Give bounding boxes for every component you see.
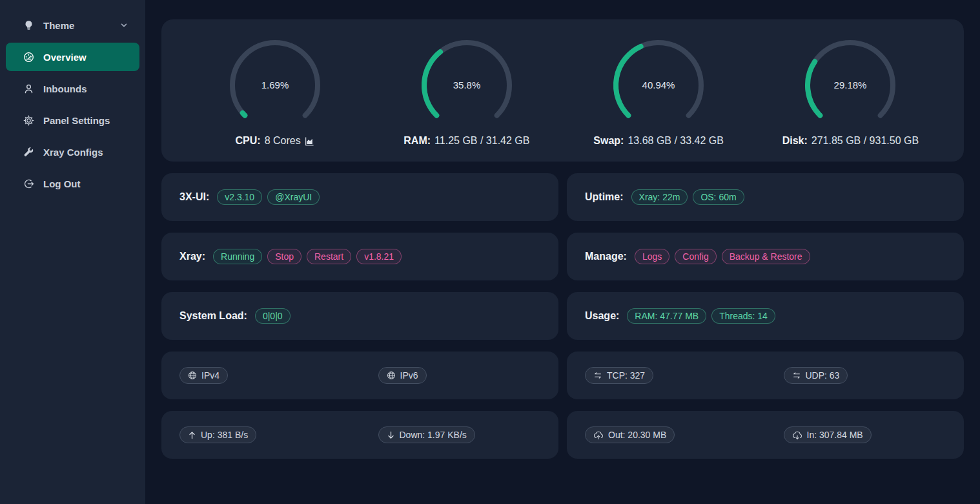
sidebar-item-inbounds[interactable]: Inbounds: [6, 74, 139, 103]
tag-restart[interactable]: Restart: [307, 249, 351, 264]
tag-label: Up: 381 B/s: [201, 430, 248, 440]
sidebar-item-theme[interactable]: Theme: [6, 11, 139, 39]
gauge-disk-label: Disk:271.85 GB / 931.50 GB: [782, 135, 919, 147]
tag-label: 0|0|0: [263, 311, 283, 321]
card-traffic-cell-1: In: 307.84 MB: [766, 426, 965, 443]
dashboard-icon: [23, 51, 34, 63]
tag-threads-14: Threads: 14: [711, 308, 775, 324]
card-3x-ui-tags: v2.3.10@XrayUI: [217, 189, 320, 205]
sidebar-item-label: Panel Settings: [43, 115, 110, 126]
tag-config[interactable]: Config: [675, 249, 716, 264]
user-icon: [23, 83, 34, 94]
gauge-swap-percent: 40.94%: [642, 79, 675, 90]
tag-os-60m: OS: 60m: [693, 189, 744, 205]
card-connections-cell-0: TCP: 327: [567, 367, 766, 384]
tag-v2-3-10[interactable]: v2.3.10: [217, 189, 262, 205]
tag-udp-63: UDP: 63: [784, 367, 848, 384]
tag-label: Backup & Restore: [730, 251, 802, 262]
area-chart-icon: [305, 136, 314, 146]
tag-up-381-b-s: Up: 381 B/s: [179, 426, 256, 443]
card-traffic: Out: 20.30 MBIn: 307.84 MB: [567, 411, 964, 459]
card-speed-cell-0: Up: 381 B/s: [161, 426, 360, 443]
gauge-ram-ring: 35.8%: [418, 37, 515, 134]
bulb-icon: [23, 19, 34, 31]
tag-label: v1.8.21: [364, 251, 394, 262]
tag-label: Running: [221, 251, 254, 262]
gear-icon: [23, 114, 34, 126]
gauge-swap-label: Swap:13.68 GB / 33.42 GB: [593, 135, 724, 147]
sidebar-item-xray-configs[interactable]: Xray Configs: [6, 138, 139, 166]
card-3x-ui: 3X-UI:v2.3.10@XrayUI: [161, 173, 558, 221]
tag-label: UDP: 63: [806, 370, 840, 381]
tag-label: v2.3.10: [225, 192, 254, 202]
sidebar-item-label: Theme: [43, 20, 74, 31]
tag-label: IPv6: [400, 370, 418, 381]
tag-label: Stop: [275, 251, 294, 262]
card-manage-label: Manage:: [585, 251, 627, 262]
sidebar-item-label: Inbounds: [43, 83, 87, 94]
card-connections: TCP: 327UDP: 63: [567, 352, 964, 399]
card-connections-cell-1: UDP: 63: [766, 367, 965, 384]
tag-stop[interactable]: Stop: [267, 249, 301, 264]
tag-label: Logs: [642, 251, 662, 262]
swap-icon: [593, 371, 602, 380]
card-ip-cell-0: IPv4: [161, 367, 360, 384]
tag-label: OS: 60m: [700, 192, 736, 202]
tag-label: TCP: 327: [607, 370, 645, 381]
globe-icon: [188, 371, 197, 380]
gauge-swap-label-value: 13.68 GB / 33.42 GB: [628, 135, 724, 147]
card-traffic-cell-0: Out: 20.30 MB: [567, 426, 766, 443]
gauge-disk-label-value: 271.85 GB / 931.50 GB: [812, 135, 919, 147]
tag-0-0-0: 0|0|0: [255, 308, 291, 324]
globe-icon: [387, 371, 396, 380]
tag-out-20-30-mb: Out: 20.30 MB: [585, 426, 675, 443]
gauge-swap-ring: 40.94%: [610, 37, 707, 134]
tag-label: @XrayUI: [275, 192, 312, 202]
tag-backup-restore[interactable]: Backup & Restore: [722, 249, 810, 264]
swap-icon: [792, 371, 801, 380]
gauge-cpu-percent: 1.69%: [261, 79, 289, 90]
tag-label: Config: [682, 251, 708, 262]
sidebar-nav: ThemeOverviewInboundsPanel SettingsXray …: [0, 11, 145, 198]
gauge-disk-label-title: Disk:: [782, 135, 808, 147]
card-manage: Manage:LogsConfigBackup & Restore: [567, 233, 964, 280]
card-manage-tags: LogsConfigBackup & Restore: [635, 249, 810, 264]
sidebar-item-panel-settings[interactable]: Panel Settings: [6, 106, 139, 134]
sidebar: ThemeOverviewInboundsPanel SettingsXray …: [0, 0, 145, 504]
tag-logs[interactable]: Logs: [635, 249, 669, 264]
cloud-upload-icon: [593, 430, 604, 440]
card-usage: Usage:RAM: 47.77 MBThreads: 14: [567, 292, 964, 340]
tag-running: Running: [213, 249, 262, 264]
logout-icon: [23, 178, 34, 189]
card-ip-cell-1: IPv6: [360, 367, 559, 384]
sidebar-item-label: Log Out: [43, 178, 80, 189]
sidebar-item-label: Xray Configs: [43, 147, 103, 158]
tag-xrayui[interactable]: @XrayUI: [267, 189, 320, 205]
tag-in-307-84-mb: In: 307.84 MB: [784, 426, 872, 443]
tag-label: Out: 20.30 MB: [608, 430, 666, 440]
tag-v1-8-21[interactable]: v1.8.21: [356, 249, 402, 264]
gauge-ram-label-title: RAM:: [403, 135, 431, 147]
sidebar-item-log-out[interactable]: Log Out: [6, 169, 139, 198]
tag-ram-47-77-mb: RAM: 47.77 MB: [627, 308, 706, 324]
tag-label: Restart: [314, 251, 343, 262]
card-3x-ui-label: 3X-UI:: [179, 191, 209, 203]
card-system-load: System Load:0|0|0: [161, 292, 558, 340]
gauge-cpu-label-title: CPU:: [236, 135, 261, 147]
tag-ipv4[interactable]: IPv4: [179, 367, 228, 384]
tag-tcp-327: TCP: 327: [585, 367, 653, 384]
resource-gauges-card: 1.69%CPU:8 Cores35.8%RAM:11.25 GB / 31.4…: [161, 19, 964, 162]
chevron-down-icon: [120, 21, 128, 29]
tag-ipv6[interactable]: IPv6: [378, 367, 427, 384]
card-system-load-label: System Load:: [179, 310, 247, 322]
card-uptime-tags: Xray: 22mOS: 60m: [631, 189, 744, 205]
card-xray-label: Xray:: [179, 251, 205, 262]
sidebar-item-overview[interactable]: Overview: [6, 43, 139, 71]
gauge-cpu-label-value: 8 Cores: [265, 135, 301, 147]
gauge-ram-label: RAM:11.25 GB / 31.42 GB: [403, 135, 529, 147]
main-content: 1.69%CPU:8 Cores35.8%RAM:11.25 GB / 31.4…: [145, 0, 980, 504]
gauge-swap-label-title: Swap:: [593, 135, 624, 147]
card-xray-tags: RunningStopRestartv1.8.21: [213, 249, 402, 264]
gauge-cpu: 1.69%CPU:8 Cores: [179, 19, 371, 162]
arrow-down-icon: [387, 431, 395, 439]
